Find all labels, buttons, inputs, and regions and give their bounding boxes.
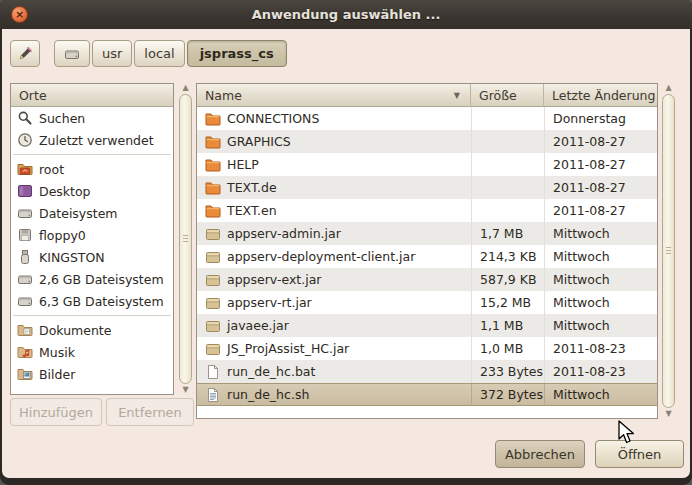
file-name-cell: TEXT.en <box>197 199 471 222</box>
file-list-panel: Name ▼ Größe Letzte Änderung CONNECTIONS… <box>196 83 658 419</box>
file-list-scrollbar-thumb[interactable] <box>662 94 675 408</box>
file-modified-cell: Mittwoch <box>544 314 657 337</box>
file-name: GRAPHICS <box>227 134 291 149</box>
file-size-cell: 1,1 MB <box>471 314 544 337</box>
window-title: Anwendung auswählen ... <box>28 7 692 22</box>
scroll-up-icon[interactable]: ▲ <box>182 83 188 93</box>
sidebar-item-zuletzt-verwendet[interactable]: Zuletzt verwendet <box>11 129 173 151</box>
sidebar-item-desktop[interactable]: Desktop <box>11 180 173 202</box>
file-modified-cell: Mittwoch <box>544 245 657 268</box>
sidebar-item-root[interactable]: root <box>11 158 173 180</box>
sidebar-item-kingston[interactable]: KINGSTON <box>11 246 173 268</box>
breadcrumb-local-button[interactable]: local <box>134 40 184 67</box>
file-name-cell: JS_ProjAssist_HC.jar <box>197 337 471 360</box>
file-name: HELP <box>227 157 259 172</box>
table-row[interactable]: run_de_hc.sh372 BytesMittwoch <box>197 383 657 406</box>
places-scrollbar[interactable]: ▲ ▼ <box>178 83 193 395</box>
file-modified-cell: 2011-08-27 <box>544 130 657 153</box>
file-modified-cell: 2011-08-23 <box>544 360 657 383</box>
script-file-icon <box>205 387 221 403</box>
close-button[interactable]: × <box>11 6 28 23</box>
table-row[interactable]: TEXT.de2011-08-27 <box>197 176 657 199</box>
file-size-cell <box>471 176 544 199</box>
sidebar-item-dateisystem[interactable]: Dateisystem <box>11 202 173 224</box>
sidebar-item-label: Desktop <box>39 184 91 199</box>
column-header-name[interactable]: Name ▼ <box>197 84 471 107</box>
table-row[interactable]: HELP2011-08-27 <box>197 153 657 176</box>
file-name-cell: GRAPHICS <box>197 130 471 153</box>
file-list-scrollbar[interactable]: ▲ ▼ <box>661 83 676 419</box>
jar-archive-icon <box>205 249 221 265</box>
breadcrumb-label: jsprass_cs <box>200 46 274 61</box>
harddisk-icon <box>17 271 33 287</box>
sidebar-item-label: 2,6 GB Dateisystem <box>39 272 164 287</box>
sidebar-item-label: KINGSTON <box>39 250 105 265</box>
breadcrumb-usr-button[interactable]: usr <box>92 40 132 67</box>
title-bar[interactable]: × Anwendung auswählen ... <box>0 0 692 29</box>
file-size-cell: 1,0 MB <box>471 337 544 360</box>
table-row[interactable]: TEXT.en2011-08-27 <box>197 199 657 222</box>
breadcrumb-label: local <box>144 46 174 61</box>
table-row[interactable]: appserv-admin.jar1,7 MBMittwoch <box>197 222 657 245</box>
file-size-cell: 233 Bytes <box>471 360 544 383</box>
places-separator <box>11 312 173 319</box>
remove-place-button[interactable]: Entfernen <box>106 398 194 426</box>
folder-icon <box>205 203 221 219</box>
sidebar-item-musik[interactable]: Musik <box>11 341 173 363</box>
scroll-down-icon[interactable]: ▼ <box>182 385 188 395</box>
places-header[interactable]: Orte <box>11 84 173 107</box>
table-row[interactable]: appserv-ext.jar587,9 KBMittwoch <box>197 268 657 291</box>
file-modified-cell: Mittwoch <box>544 222 657 245</box>
file-name: appserv-admin.jar <box>227 226 341 241</box>
column-header-size[interactable]: Größe <box>471 84 544 107</box>
close-icon: × <box>15 9 24 20</box>
sidebar-item-label: Bilder <box>39 367 75 382</box>
file-chooser-dialog: × Anwendung auswählen ... usrlocaljspras… <box>0 0 692 485</box>
breadcrumb-root-drive-button[interactable] <box>54 40 90 67</box>
jar-archive-icon <box>205 318 221 334</box>
scroll-up-icon[interactable]: ▲ <box>665 83 671 93</box>
jar-archive-icon <box>205 226 221 242</box>
open-button[interactable]: Öffnen <box>595 440 684 468</box>
cancel-button[interactable]: Abbrechen <box>495 440 585 468</box>
file-name-cell: run_de_hc.bat <box>197 360 471 383</box>
sidebar-item-bilder[interactable]: Bilder <box>11 363 173 385</box>
jar-archive-icon <box>205 341 221 357</box>
file-name: run_de_hc.bat <box>227 364 315 379</box>
sort-descending-icon: ▼ <box>454 91 460 100</box>
table-row[interactable]: JS_ProjAssist_HC.jar1,0 MB2011-08-23 <box>197 337 657 360</box>
scroll-down-icon[interactable]: ▼ <box>665 409 671 419</box>
file-size-cell: 214,3 KB <box>471 245 544 268</box>
table-row[interactable]: run_de_hc.bat233 Bytes2011-08-23 <box>197 360 657 383</box>
floppy-icon <box>17 227 33 243</box>
file-name: TEXT.en <box>227 203 277 218</box>
harddisk-icon <box>17 205 33 221</box>
places-scrollbar-thumb[interactable] <box>179 94 192 384</box>
type-location-toggle-button[interactable] <box>10 40 40 67</box>
sidebar-item-6-3-gb-dateisystem[interactable]: 6,3 GB Dateisystem <box>11 290 173 312</box>
file-modified-cell: Mittwoch <box>544 291 657 314</box>
sidebar-item-dokumente[interactable]: Dokumente <box>11 319 173 341</box>
column-header-modified[interactable]: Letzte Änderung <box>544 84 657 107</box>
music-folder-icon <box>17 344 33 360</box>
sidebar-item-label: Zuletzt verwendet <box>39 133 154 148</box>
sidebar-item-2-6-gb-dateisystem[interactable]: 2,6 GB Dateisystem <box>11 268 173 290</box>
table-row[interactable]: appserv-deployment-client.jar214,3 KBMit… <box>197 245 657 268</box>
table-row[interactable]: GRAPHICS2011-08-27 <box>197 130 657 153</box>
table-row[interactable]: javaee.jar1,1 MBMittwoch <box>197 314 657 337</box>
table-row[interactable]: appserv-rt.jar15,2 MBMittwoch <box>197 291 657 314</box>
folder-icon <box>205 111 221 127</box>
breadcrumb-jsprass_cs-button[interactable]: jsprass_cs <box>187 40 287 67</box>
table-row[interactable]: CONNECTIONSDonnerstag <box>197 107 657 130</box>
sidebar-item-suchen[interactable]: Suchen <box>11 107 173 129</box>
file-name-cell: appserv-rt.jar <box>197 291 471 314</box>
add-place-button[interactable]: Hinzufügen <box>10 398 102 426</box>
file-modified-cell: 2011-08-27 <box>544 153 657 176</box>
sidebar-item-label: 6,3 GB Dateisystem <box>39 294 164 309</box>
folder-icon <box>205 180 221 196</box>
places-separator <box>11 151 173 158</box>
file-modified-cell: Mittwoch <box>544 268 657 291</box>
places-panel: Orte SuchenZuletzt verwendetrootDesktopD… <box>10 83 174 395</box>
file-name-cell: appserv-deployment-client.jar <box>197 245 471 268</box>
sidebar-item-floppy0[interactable]: floppy0 <box>11 224 173 246</box>
